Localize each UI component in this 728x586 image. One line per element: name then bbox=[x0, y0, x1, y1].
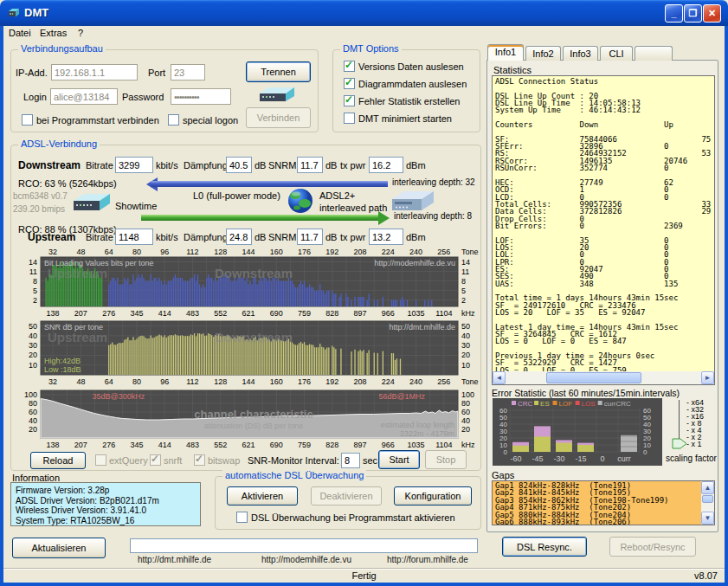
svg-text:240: 240 bbox=[409, 377, 422, 386]
ds-snrm-field[interactable] bbox=[297, 157, 323, 173]
tab-info1[interactable]: Info1 bbox=[487, 44, 524, 61]
dsl-resync-button[interactable]: DSL Resync. bbox=[502, 537, 587, 557]
menu-extras[interactable]: Extras bbox=[40, 28, 67, 38]
svg-text:60: 60 bbox=[499, 407, 507, 415]
configuration-button[interactable]: Konfiguration bbox=[394, 486, 472, 506]
versions-checkbox[interactable] bbox=[344, 61, 355, 72]
bitswap-checkbox[interactable] bbox=[194, 454, 205, 466]
extquery-checkbox[interactable] bbox=[95, 454, 106, 466]
reload-button[interactable]: Reload bbox=[30, 452, 86, 469]
special-logon-checkbox[interactable] bbox=[168, 114, 179, 126]
svg-text:40: 40 bbox=[499, 421, 507, 428]
refresh-button[interactable]: Aktualisieren bbox=[12, 538, 106, 558]
bitswap-checkbox-label: bitswap bbox=[208, 455, 240, 466]
login-input[interactable] bbox=[50, 88, 118, 105]
svg-text:966: 966 bbox=[382, 309, 395, 318]
stop-button[interactable]: Stop bbox=[425, 450, 467, 469]
statistics-hscroll-thumb[interactable] bbox=[546, 372, 641, 383]
gaps-vscroll-thumb[interactable] bbox=[702, 495, 713, 503]
port-input[interactable] bbox=[171, 64, 205, 80]
ip-input[interactable] bbox=[51, 64, 138, 80]
dmt-options-group: DMT Options Versions Daten auslesen Diag… bbox=[332, 49, 480, 132]
bit-loading-chart: 1414111188552232486480961121281441601761… bbox=[11, 247, 482, 318]
tab-blank[interactable] bbox=[635, 46, 673, 61]
globe-icon bbox=[287, 187, 314, 215]
svg-text:kHz: kHz bbox=[461, 441, 475, 449]
scaling-tick-x1[interactable]: - x 1 bbox=[686, 440, 702, 448]
special-logon-checkbox-label: special logon bbox=[183, 115, 238, 126]
link-dmt-mhilfe[interactable]: http://dmt.mhilfe.de bbox=[138, 555, 211, 564]
svg-text:966: 966 bbox=[382, 441, 395, 449]
svg-text:5: 5 bbox=[33, 287, 37, 295]
link-modemhilfe[interactable]: http://modemhilfe.de.vu bbox=[261, 555, 351, 564]
svg-text:56dB@1MHz: 56dB@1MHz bbox=[378, 392, 425, 401]
reboot-resync-button[interactable]: Reboot/Resync bbox=[609, 537, 696, 557]
dmt-window: DMT _ ❐ ✕ Datei Extras ? Verbindungsaufb… bbox=[0, 0, 728, 586]
ds-att-field[interactable] bbox=[226, 157, 252, 173]
ds-txpwr-field[interactable] bbox=[369, 157, 403, 173]
scroll-left-arrow-icon[interactable]: ◄ bbox=[493, 371, 506, 384]
svg-text:176: 176 bbox=[298, 248, 311, 256]
svg-text:112: 112 bbox=[186, 248, 198, 256]
minimize-button[interactable]: _ bbox=[665, 4, 683, 23]
svg-text:35dB@300kHz: 35dB@300kHz bbox=[93, 392, 145, 401]
scroll-up-arrow-icon[interactable]: ▲ bbox=[701, 481, 714, 494]
tab-cli[interactable]: CLI bbox=[600, 46, 633, 61]
monitoring-autostart-checkbox[interactable] bbox=[236, 512, 248, 523]
us-att-field[interactable] bbox=[226, 229, 252, 245]
scroll-right-arrow-icon[interactable]: ► bbox=[701, 371, 714, 384]
us-snrm-field[interactable] bbox=[297, 229, 323, 245]
interval-field[interactable] bbox=[341, 453, 360, 468]
svg-text:8: 8 bbox=[33, 277, 37, 286]
link-forum-mhilfe[interactable]: http://forum.mhilfe.de bbox=[387, 555, 468, 564]
svg-text:SNR dB per tone: SNR dB per tone bbox=[44, 323, 103, 332]
app-icon bbox=[7, 6, 21, 20]
snrft-checkbox[interactable] bbox=[150, 454, 161, 466]
scroll-down-arrow-icon[interactable]: ▼ bbox=[701, 512, 714, 525]
svg-text:80: 80 bbox=[132, 377, 141, 386]
fehler-checkbox[interactable] bbox=[344, 95, 355, 106]
us-snrm-label: SNRM bbox=[268, 232, 296, 242]
us-bitrate-field[interactable] bbox=[115, 229, 153, 245]
svg-text:414: 414 bbox=[158, 309, 171, 318]
svg-text:2: 2 bbox=[33, 296, 37, 305]
deactivate-button[interactable]: Deaktivieren bbox=[311, 486, 382, 506]
scaling-factor-caption: scaling factor bbox=[666, 454, 717, 463]
tab-info3[interactable]: Info3 bbox=[563, 46, 598, 61]
power-mode-label: L0 (full-power mode) bbox=[193, 190, 280, 201]
password-input[interactable] bbox=[171, 88, 231, 105]
disconnect-button[interactable]: Trennen bbox=[246, 61, 311, 82]
activate-button[interactable]: Aktivieren bbox=[227, 486, 298, 506]
close-button[interactable]: ✕ bbox=[703, 4, 721, 23]
svg-text:10: 10 bbox=[461, 361, 470, 370]
title-bar[interactable]: DMT _ ❐ ✕ bbox=[0, 0, 728, 26]
svg-text:50: 50 bbox=[499, 414, 507, 422]
ds-bitrate-field[interactable] bbox=[115, 157, 153, 173]
connect-button[interactable]: Verbinden bbox=[246, 107, 311, 128]
svg-text:channel characteristic: channel characteristic bbox=[194, 408, 312, 421]
scaling-slider-pointer[interactable] bbox=[671, 438, 688, 449]
us-txpwr-unit: dBm bbox=[406, 232, 426, 242]
svg-text:96: 96 bbox=[160, 377, 169, 386]
gaps-label: Gaps bbox=[492, 470, 514, 480]
svg-text:621: 621 bbox=[242, 441, 254, 449]
svg-text:14: 14 bbox=[461, 258, 470, 267]
svg-text:144: 144 bbox=[242, 377, 254, 386]
minimiert-checkbox[interactable] bbox=[344, 113, 355, 124]
monitoring-group: automatische DSL Überwachung Aktivieren … bbox=[215, 476, 481, 530]
autostart-checkbox-label: bei Programmstart verbinden bbox=[36, 115, 159, 126]
connection-group-title: Verbindungsaufbau bbox=[18, 43, 106, 54]
tab-info2[interactable]: Info2 bbox=[525, 46, 561, 61]
menu-help[interactable]: ? bbox=[78, 28, 83, 38]
autostart-checkbox[interactable] bbox=[22, 114, 33, 126]
diagramm-checkbox[interactable] bbox=[344, 78, 355, 89]
maximize-button[interactable]: ❐ bbox=[684, 4, 702, 23]
svg-text:0: 0 bbox=[600, 454, 604, 463]
svg-text:20: 20 bbox=[29, 425, 37, 434]
svg-text:192: 192 bbox=[325, 248, 338, 256]
status-field[interactable] bbox=[130, 538, 478, 553]
start-button[interactable]: Start bbox=[378, 450, 420, 469]
minimiert-checkbox-label: DMT minimiert starten bbox=[358, 113, 452, 124]
menu-datei[interactable]: Datei bbox=[9, 28, 31, 38]
us-txpwr-field[interactable] bbox=[369, 229, 403, 245]
